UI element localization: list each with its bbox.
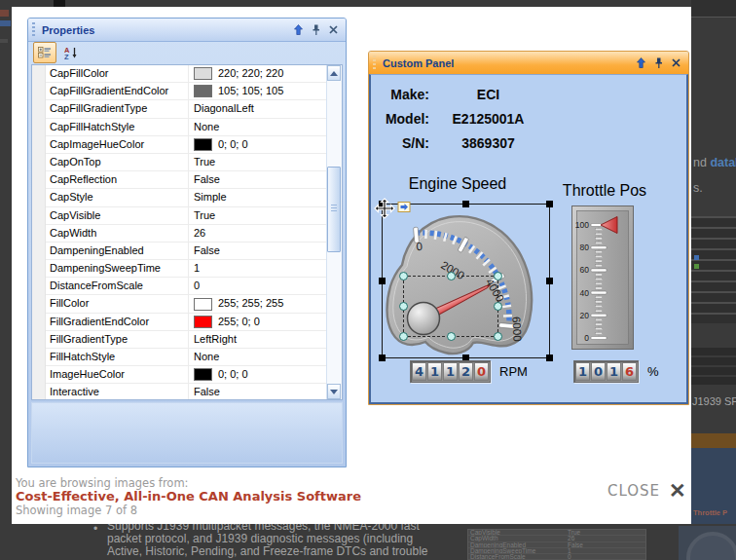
property-row[interactable]: ImageHueColor 0; 0; 0 [46, 366, 327, 384]
inner-selection-bounds[interactable] [403, 276, 498, 337]
resize-handle[interactable] [546, 278, 553, 284]
selection-handle[interactable] [399, 272, 408, 280]
drag-grip-icon[interactable] [32, 22, 35, 37]
property-name: FillGradientType [46, 331, 189, 348]
property-value: 0; 0; 0 [189, 136, 327, 153]
property-row[interactable]: CapOnTop True [46, 154, 327, 171]
property-name: CapImageHueColor [46, 136, 189, 153]
background-text-line: packet protocol, and J1939 diagnostic me… [107, 533, 497, 545]
property-row[interactable]: CapReflection False [46, 171, 327, 189]
property-row[interactable]: CapStyle Simple [46, 189, 327, 206]
resize-handle[interactable] [379, 278, 386, 284]
throttle-pos-gauge[interactable]: 100 80 60 40 20 0 [571, 205, 634, 350]
svg-text:0: 0 [584, 333, 589, 343]
close-window-icon[interactable] [326, 22, 341, 37]
scroll-down-button[interactable] [327, 384, 341, 399]
selection-handle[interactable] [494, 302, 502, 311]
close-window-icon[interactable] [669, 56, 683, 70]
property-row[interactable]: CapWidth 26 [46, 225, 327, 243]
dock-arrow-icon[interactable] [291, 22, 306, 37]
throttle-readout: 1016 % [573, 360, 659, 383]
property-row[interactable]: CapFillGradientType DiagonalLeft [46, 100, 327, 118]
property-row[interactable]: CapFillHatchStyle None [46, 119, 327, 136]
property-name: CapFillGradientEndColor [46, 83, 189, 99]
property-row[interactable]: CapVisible True [46, 207, 327, 225]
rpm-unit-label: RPM [499, 364, 528, 379]
scrollbar-thumb[interactable] [327, 167, 341, 252]
property-name: CapFillColor [46, 65, 189, 82]
bullet-icon: • [93, 524, 97, 536]
property-value-text: 0; 0; 0 [218, 136, 248, 153]
close-button[interactable]: CLOSE ✕ [607, 481, 686, 501]
alphabetical-sort-button[interactable]: A Z [59, 42, 83, 63]
property-value-text: 0 [194, 278, 200, 294]
background-fragment [54, 0, 65, 7]
resize-handle[interactable] [379, 355, 386, 361]
property-name: CapReflection [46, 171, 189, 188]
resize-handle[interactable] [546, 201, 553, 207]
digit: 6 [622, 362, 637, 381]
selection-handle[interactable] [494, 272, 502, 280]
color-swatch [194, 368, 212, 381]
property-row[interactable]: FillColor 255; 255; 255 [46, 295, 327, 313]
pin-icon[interactable] [309, 22, 323, 37]
custom-panel-titlebar[interactable]: Custom Panel [369, 52, 688, 74]
property-row[interactable]: DistanceFromScale 0 [46, 278, 327, 295]
drag-grip-icon[interactable] [373, 56, 376, 70]
selection-handle[interactable] [447, 332, 456, 341]
triangle-down-icon [330, 390, 338, 394]
property-row[interactable]: DampeningEnabled False [46, 243, 327, 260]
throttle-face [577, 211, 629, 345]
resize-handle[interactable] [546, 355, 553, 361]
property-grid: CapFillColor 220; 220; 220 CapFillGradie… [31, 64, 343, 400]
categorized-view-button[interactable] [33, 42, 56, 63]
property-value: False [189, 171, 327, 188]
thumb-row: DistanceFromScale 0 [468, 554, 645, 560]
pin-icon[interactable] [651, 56, 666, 70]
selection-handle[interactable] [399, 332, 408, 341]
property-value-text: Simple [194, 189, 227, 205]
property-row[interactable]: FillHatchStyle None [46, 349, 327, 366]
selection-handle[interactable] [447, 272, 456, 280]
background-fragment [691, 433, 736, 448]
property-name: CapOnTop [46, 154, 189, 170]
property-row[interactable]: Interactive False [46, 384, 327, 399]
scroll-up-button[interactable] [327, 65, 341, 81]
property-value-text: None [194, 119, 219, 135]
property-value-text: True [194, 207, 215, 224]
property-name: Interactive [46, 384, 189, 399]
screenshot-stage: nd datab s. J1939 SP Throttle P • Suppor… [0, 0, 736, 560]
vertical-scrollbar[interactable] [326, 65, 342, 399]
property-row[interactable]: FillGradientType LeftRight [46, 331, 327, 349]
property-row[interactable]: CapImageHueColor 0; 0; 0 [46, 136, 327, 154]
property-name: DistanceFromScale [46, 278, 189, 294]
selection-handle[interactable] [494, 332, 502, 341]
property-name: FillHatchStyle [46, 349, 189, 365]
make-value: ECI [437, 87, 539, 106]
property-row[interactable]: FillGradientEndColor 255; 0; 0 [46, 314, 327, 331]
properties-toolbar: A Z [30, 42, 344, 63]
properties-titlebar[interactable]: Properties [28, 19, 346, 42]
property-row[interactable]: CapFillGradientEndColor 105; 105; 105 [46, 83, 327, 100]
smart-tag-icon[interactable] [397, 200, 413, 217]
property-value: 105; 105; 105 [189, 83, 327, 99]
property-value-text: 220; 220; 220 [218, 65, 283, 82]
property-row[interactable]: DampeningSweepTime 1 [46, 260, 327, 278]
property-value: DiagonalLeft [189, 100, 327, 117]
svg-text:40: 40 [580, 288, 590, 298]
color-swatch [194, 316, 212, 328]
digit: 1 [575, 362, 590, 381]
svg-text:80: 80 [580, 243, 590, 252]
svg-text:20: 20 [580, 311, 590, 320]
property-name: FillGradientEndColor [46, 314, 189, 330]
property-name: CapFillGradientType [46, 100, 189, 117]
dock-arrow-icon[interactable] [634, 56, 648, 70]
source-link[interactable]: Cost-Effective, All-in-One CAN Analysis … [16, 489, 361, 504]
resize-handle[interactable] [462, 201, 469, 207]
property-row[interactable]: CapFillColor 220; 220; 220 [46, 65, 327, 83]
browsing-label: You are browsing images from: [16, 476, 188, 490]
throttle-gauge-title: Throttle Pos [546, 182, 663, 200]
property-value: False [189, 243, 327, 259]
selection-handle[interactable] [399, 302, 408, 311]
digit: 0 [591, 362, 606, 381]
